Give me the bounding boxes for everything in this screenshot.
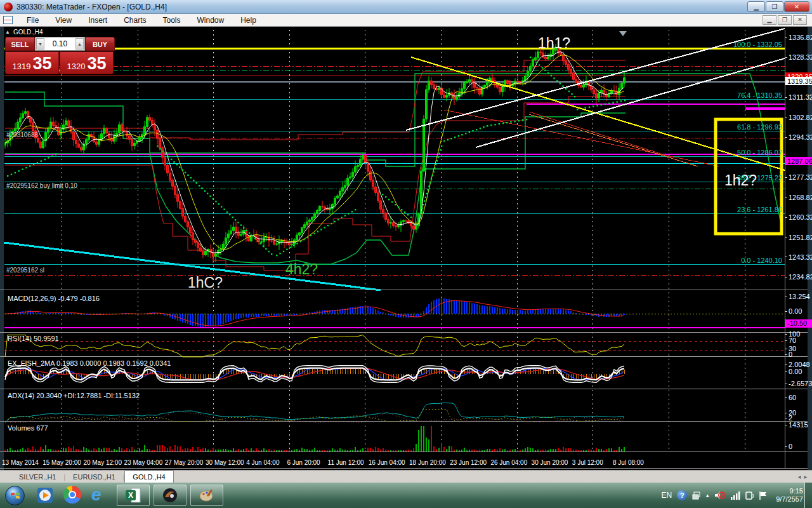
menu-item-charts[interactable]: Charts	[115, 15, 154, 26]
svg-text:MACD(12,26,9) -0.479 -0.816: MACD(12,26,9) -0.479 -0.816	[8, 295, 100, 302]
taskbar-excel-button[interactable]: X	[117, 485, 150, 506]
chart-symbol-label: GOLD.,H4	[13, 29, 43, 36]
svg-text:1302.82: 1302.82	[789, 114, 812, 121]
svg-text:4 Jun 04:00: 4 Jun 04:00	[246, 459, 280, 466]
svg-text:#20310688: #20310688	[6, 131, 38, 138]
show-hidden-icons[interactable]: ▲	[705, 493, 710, 498]
volume-muted-icon[interactable]	[714, 490, 726, 500]
svg-text:1234.82: 1234.82	[789, 273, 812, 281]
svg-text:1h1?: 1h1?	[538, 35, 570, 51]
volume-field[interactable]: 0.10	[45, 39, 75, 48]
svg-text:1260.32: 1260.32	[789, 213, 812, 221]
svg-text:20 May 12:00: 20 May 12:00	[83, 459, 122, 466]
taskbar-clock[interactable]: 9:15 9/7/2557	[776, 487, 803, 504]
clock-date: 9/7/2557	[776, 495, 803, 504]
svg-text:EX_FISH_2MA 0.1983 0.0000 0.19: EX_FISH_2MA 0.1983 0.0000 0.1983 0.1592 …	[8, 359, 171, 367]
tab-scroll-arrows[interactable]: ◄ ►	[797, 474, 808, 480]
action-center-flag-icon[interactable]	[759, 491, 768, 500]
svg-text:ADX(14) 20.3040 +DI:12.7881 -D: ADX(14) 20.3040 +DI:12.7881 -DI:11.5132	[8, 392, 140, 399]
volume-stepper[interactable]: ▼ 0.10 ▲	[35, 37, 85, 51]
menu-item-window[interactable]: Window	[189, 15, 233, 26]
ask-price-big: 35	[87, 55, 106, 72]
volume-down-icon[interactable]: ▼	[36, 38, 44, 50]
price-chart[interactable]: 1h1?1h2?4h2?1hC?#20330686 sell limit#203…	[0, 27, 812, 470]
svg-text:#20295162 buy limit 0.10: #20295162 buy limit 0.10	[6, 182, 77, 189]
network-signal-icon[interactable]	[730, 491, 740, 500]
buy-button[interactable]: BUY	[85, 37, 115, 51]
svg-text:23.6 - 1261.80: 23.6 - 1261.80	[737, 206, 782, 213]
svg-text:0.00: 0.00	[789, 307, 802, 315]
svg-text:76.4 - 1310.35: 76.4 - 1310.35	[737, 91, 782, 99]
svg-text:13.254: 13.254	[789, 293, 810, 300]
show-desktop-button[interactable]	[804, 483, 812, 508]
menu-item-insert[interactable]: Insert	[80, 15, 115, 26]
svg-text:Volumes 677: Volumes 677	[8, 424, 48, 432]
svg-text:3 Jul 12:00: 3 Jul 12:00	[572, 459, 603, 466]
svg-text:1311.32: 1311.32	[789, 93, 812, 101]
window-title: 380330: MetaTrader - FXOpen - [GOLD.,H4]	[16, 3, 167, 11]
start-button[interactable]	[5, 486, 25, 505]
taskbar-paint-button[interactable]	[190, 485, 223, 506]
svg-text:0: 0	[789, 443, 792, 450]
svg-text:26 Jun 04:00: 26 Jun 04:00	[490, 459, 527, 466]
sell-button[interactable]: SELL	[5, 37, 35, 51]
chrome-icon[interactable]	[63, 486, 82, 505]
svg-text:RSI(14) 50.9591: RSI(14) 50.9591	[8, 335, 59, 342]
menu-item-tools[interactable]: Tools	[155, 15, 189, 26]
chart-icon	[3, 16, 13, 24]
svg-text:1336.82: 1336.82	[789, 34, 812, 41]
svg-text:1277.32: 1277.32	[789, 173, 812, 181]
window-switch-icon[interactable]	[692, 491, 700, 500]
menu-item-view[interactable]: View	[47, 15, 80, 26]
ask-price-small: 1320	[67, 62, 86, 71]
internet-explorer-icon[interactable]: e	[91, 486, 110, 505]
svg-text:23 May 04:00: 23 May 04:00	[124, 459, 163, 466]
tab-silver-h1[interactable]: SILVER.,H1	[11, 472, 64, 483]
svg-text:70: 70	[789, 337, 796, 344]
menu-item-help[interactable]: Help	[232, 15, 265, 26]
svg-text:#20295162 sl: #20295162 sl	[6, 267, 44, 274]
minimize-button[interactable]: ▁	[747, 1, 765, 12]
svg-text:100.0 - 1332.05: 100.0 - 1332.05	[733, 41, 782, 48]
svg-text:14315: 14315	[789, 421, 808, 429]
close-button[interactable]: ✕	[784, 1, 809, 12]
app-icon	[4, 3, 13, 11]
restore-button[interactable]: ❐	[766, 1, 783, 12]
tab-eurusd-h1[interactable]: EURUSD.,H1	[65, 472, 123, 483]
svg-text:13 May 2014: 13 May 2014	[2, 459, 39, 466]
svg-text:1328.32: 1328.32	[789, 53, 812, 61]
system-tray: EN ? ▲ 9:15 9/7/2557	[662, 483, 803, 508]
taskbar-metatrader-button[interactable]	[154, 485, 187, 506]
svg-text:30 Jun 20:00: 30 Jun 20:00	[532, 459, 568, 466]
clock-time: 9:15	[776, 487, 803, 495]
media-player-icon[interactable]	[36, 486, 55, 505]
svg-text:4h2?: 4h2?	[285, 261, 318, 277]
collapse-icon[interactable]: ▲	[5, 29, 10, 35]
bid-price-small: 1319	[13, 62, 31, 71]
help-icon[interactable]: ?	[677, 490, 687, 500]
svg-text:X: X	[128, 491, 133, 500]
tab-gold-h4[interactable]: GOLD.,H4	[124, 471, 173, 483]
svg-text:1287.06: 1287.06	[787, 157, 812, 165]
power-plug-icon[interactable]	[745, 491, 754, 500]
svg-text:0: 0	[789, 351, 792, 358]
svg-text:1hC?: 1hC?	[188, 274, 223, 291]
svg-text:-10.50: -10.50	[787, 319, 807, 327]
menu-item-file[interactable]: File	[18, 15, 47, 26]
svg-text:50.0 - 1286.07: 50.0 - 1286.07	[737, 149, 782, 156]
svg-text:1268.82: 1268.82	[789, 194, 812, 201]
child-minimize-button[interactable]: ▁	[763, 15, 776, 25]
bid-price-big: 35	[32, 55, 51, 72]
svg-text:11 Jun 12:00: 11 Jun 12:00	[328, 459, 365, 466]
ask-price-panel[interactable]: 1320 35	[60, 51, 114, 74]
svg-text:1251.82: 1251.82	[789, 234, 812, 241]
one-click-trading-widget: SELL ▼ 0.10 ▲ BUY 1319 35 1320 35	[5, 37, 115, 74]
svg-text:0.0 - 1240.10: 0.0 - 1240.10	[741, 257, 782, 264]
volume-up-icon[interactable]: ▲	[75, 38, 84, 50]
bid-price-panel[interactable]: 1319 35	[5, 51, 59, 74]
language-indicator[interactable]: EN	[662, 491, 672, 500]
child-close-button[interactable]: ✕	[793, 15, 807, 25]
child-restore-button[interactable]: ❐	[778, 15, 792, 25]
svg-text:18 Jun 20:00: 18 Jun 20:00	[409, 459, 446, 466]
chart-symbol-header[interactable]: ▲ GOLD.,H4	[5, 29, 43, 36]
